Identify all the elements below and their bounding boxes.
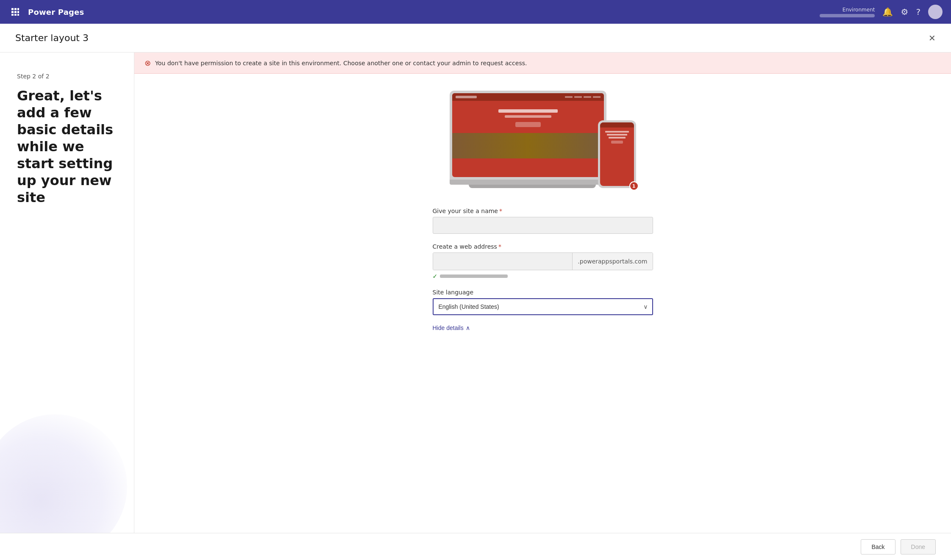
site-name-input[interactable] (433, 217, 653, 234)
svg-rect-6 (11, 14, 14, 16)
svg-rect-5 (17, 11, 19, 13)
phone-badge: 1 (629, 181, 639, 191)
back-button[interactable]: Back (861, 539, 895, 554)
web-address-input[interactable] (433, 253, 573, 270)
web-address-label: Create a web address* (433, 243, 653, 250)
language-select[interactable]: English (United States) French (France) … (433, 298, 653, 315)
notification-icon[interactable]: 🔔 (882, 7, 893, 17)
check-icon: ✓ (433, 273, 438, 280)
content-area: 1 Give your site a name* Create a web ad… (134, 74, 951, 348)
web-check-row: ✓ (433, 273, 653, 280)
language-label: Site language (433, 289, 653, 296)
hide-details-button[interactable]: Hide details ∧ (433, 324, 470, 331)
form-section: Give your site a name* Create a web addr… (433, 208, 653, 331)
chevron-up-icon: ∧ (466, 324, 470, 331)
env-label: Environment (843, 7, 875, 13)
svg-rect-1 (14, 8, 17, 10)
site-preview: 1 (450, 91, 636, 192)
top-navigation: Power Pages Environment 🔔 ⚙ ? (0, 0, 951, 24)
done-button[interactable]: Done (901, 539, 936, 554)
svg-rect-8 (17, 14, 19, 16)
svg-rect-2 (17, 8, 19, 10)
laptop-mockup (450, 91, 615, 188)
web-address-row: .powerappsportals.com (433, 252, 653, 270)
settings-icon[interactable]: ⚙ (901, 7, 908, 17)
main-layout: Step 2 of 2 Great, let's add a few basic… (0, 53, 951, 533)
hide-details-label: Hide details (433, 324, 464, 331)
left-panel: Step 2 of 2 Great, let's add a few basic… (0, 53, 134, 533)
svg-rect-0 (11, 8, 14, 10)
page-footer: Back Done (0, 533, 951, 560)
env-value (820, 14, 875, 17)
close-button[interactable]: ✕ (929, 34, 936, 42)
error-banner: ⊗ You don't have permission to create a … (134, 53, 951, 74)
waffle-menu-icon[interactable] (8, 5, 22, 19)
language-select-wrapper: English (United States) French (France) … (433, 298, 653, 315)
page-title: Starter layout 3 (15, 33, 89, 43)
language-group: Site language English (United States) Fr… (433, 289, 653, 315)
phone-mockup: 1 (598, 120, 636, 188)
svg-rect-3 (11, 11, 14, 13)
step-heading: Great, let's add a few basic details whi… (17, 87, 117, 206)
decorative-blob (0, 414, 127, 533)
page-header: Starter layout 3 ✕ (0, 24, 951, 53)
web-address-suffix: .powerappsportals.com (572, 253, 652, 270)
environment-selector[interactable]: Environment (820, 7, 875, 17)
right-panel: ⊗ You don't have permission to create a … (134, 53, 951, 533)
web-address-group: Create a web address* .powerappsportals.… (433, 243, 653, 280)
step-label: Step 2 of 2 (17, 73, 117, 80)
avatar[interactable] (928, 5, 943, 19)
svg-rect-4 (14, 11, 17, 13)
error-icon: ⊗ (145, 58, 151, 67)
app-title: Power Pages (28, 8, 84, 17)
nav-right-controls: Environment 🔔 ⚙ ? (820, 5, 943, 19)
error-message: You don't have permission to create a si… (155, 60, 527, 67)
site-name-group: Give your site a name* (433, 208, 653, 234)
site-name-label: Give your site a name* (433, 208, 653, 214)
svg-rect-7 (14, 14, 17, 16)
help-icon[interactable]: ? (916, 7, 920, 17)
check-text-bar (440, 274, 508, 278)
